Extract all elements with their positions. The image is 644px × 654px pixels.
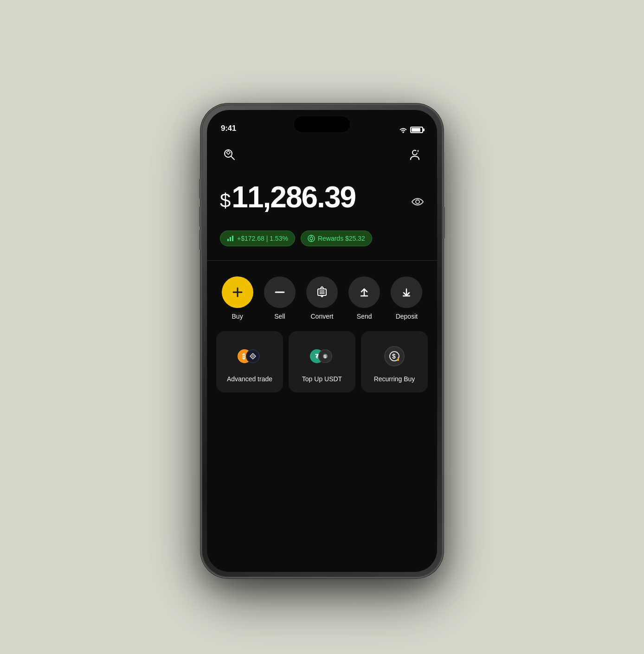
deposit-button[interactable]: [391, 276, 422, 308]
rewards-badge[interactable]: Rewards $25.32: [301, 231, 372, 246]
advanced-trade-card[interactable]: ₿ Advanced: [216, 331, 283, 392]
svg-text:$: $: [392, 353, 396, 360]
top-up-usdt-label: Top Up USDT: [302, 375, 342, 383]
svg-point-12: [310, 237, 313, 240]
advanced-trade-icon: ₿: [238, 344, 262, 368]
top-up-usdt-icon: ₮ $: [310, 344, 334, 368]
send-action[interactable]: Send: [343, 276, 386, 320]
recurring-buy-icon: $: [382, 344, 406, 368]
section-divider: [207, 260, 437, 261]
send-label: Send: [357, 313, 372, 320]
usdt-coin-inner-icon: $: [322, 353, 328, 359]
balance-dollar-sign: $: [220, 190, 231, 212]
search-nav-button[interactable]: [220, 145, 238, 164]
balance-number: 11,286.39: [232, 182, 355, 212]
convert-swap-icon: [315, 285, 329, 299]
eye-icon: [411, 197, 424, 206]
convert-action[interactable]: Convert: [301, 276, 343, 320]
deposit-label: Deposit: [396, 313, 418, 320]
gains-text: +$172.68 | 1.53%: [237, 235, 288, 242]
sell-label: Sell: [274, 313, 285, 320]
rewards-text: Rewards $25.32: [318, 235, 365, 242]
minus-icon: [273, 285, 287, 299]
buy-button[interactable]: [222, 276, 253, 308]
gains-badge[interactable]: +$172.68 | 1.53%: [220, 231, 295, 246]
nav-bar: [207, 138, 437, 168]
dollar-recurring-icon: $: [388, 350, 401, 363]
advanced-trade-label: Advanced trade: [227, 375, 272, 383]
phone-wrapper: 9:41: [201, 104, 443, 577]
plus-icon: [231, 285, 245, 299]
actions-section: Buy Sell: [207, 265, 437, 327]
sell-button[interactable]: [264, 276, 296, 308]
balance-section: $ 11,286.39: [207, 168, 437, 256]
search-diamond-icon: [222, 147, 236, 161]
diamond-inner-icon: [249, 353, 257, 360]
balance-amount: $ 11,286.39: [220, 182, 355, 212]
rewards-icon: [308, 235, 315, 242]
battery-fill: [412, 128, 420, 132]
svg-text:₿: ₿: [242, 353, 245, 360]
battery-icon: [410, 127, 423, 133]
svg-text:$: $: [324, 354, 326, 359]
sell-action[interactable]: Sell: [258, 276, 301, 320]
recurring-buy-label: Recurring Buy: [374, 375, 415, 383]
convert-label: Convert: [310, 313, 333, 320]
svg-rect-9: [230, 237, 231, 241]
status-icons: [399, 127, 423, 133]
profile-icon: [408, 147, 422, 161]
deposit-icon: [399, 285, 413, 299]
phone-frame: 9:41: [201, 104, 443, 577]
wifi-icon: [399, 127, 407, 133]
balance-badges: +$172.68 | 1.53% Rewards $25.32: [220, 231, 424, 246]
buy-label: Buy: [232, 313, 243, 320]
toggle-visibility-button[interactable]: [411, 197, 424, 206]
send-button[interactable]: [348, 276, 380, 308]
svg-point-0: [402, 131, 404, 133]
svg-marker-3: [226, 151, 230, 154]
send-icon: [357, 285, 371, 299]
convert-button[interactable]: [306, 276, 338, 308]
status-time: 9:41: [221, 124, 236, 133]
top-up-usdt-card[interactable]: ₮ $ Top Up USDT: [289, 331, 355, 392]
app-content: $ 11,286.39: [207, 138, 437, 572]
chart-icon: [227, 235, 234, 242]
svg-rect-10: [232, 236, 233, 241]
dynamic-island: [294, 116, 350, 132]
svg-line-2: [231, 156, 234, 160]
profile-nav-button[interactable]: [406, 145, 424, 164]
phone-screen: 9:41: [207, 110, 437, 572]
action-buttons: Buy Sell: [216, 276, 428, 320]
recurring-buy-card[interactable]: $ Recurring Buy: [361, 331, 428, 392]
svg-point-7: [416, 200, 419, 204]
svg-rect-8: [227, 239, 229, 241]
feature-cards: ₿ Advanced: [207, 327, 437, 404]
buy-action[interactable]: Buy: [216, 276, 258, 320]
deposit-action[interactable]: Deposit: [386, 276, 428, 320]
